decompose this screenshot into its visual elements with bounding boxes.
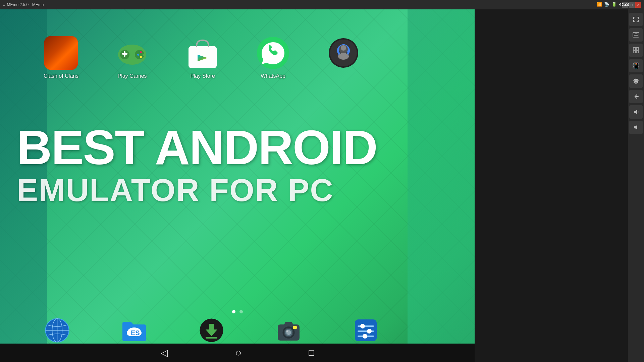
svg-point-47 bbox=[286, 330, 288, 332]
back-nav-button[interactable] bbox=[629, 90, 643, 103]
settings-icon-svg bbox=[353, 318, 378, 343]
svg-text:ES: ES bbox=[131, 329, 140, 337]
whatsapp-label: WhatsApp bbox=[261, 73, 285, 79]
signal-icon: 📡 bbox=[604, 2, 609, 7]
svg-rect-58 bbox=[635, 34, 636, 34]
svg-point-16 bbox=[140, 51, 142, 53]
volume-up-button[interactable] bbox=[629, 105, 643, 119]
emulator-screen: Clash of Clans bbox=[0, 9, 475, 362]
svg-rect-57 bbox=[634, 34, 634, 34]
svg-point-3 bbox=[54, 43, 68, 55]
bottom-dock: ES bbox=[44, 317, 379, 344]
close-button[interactable]: ✕ bbox=[635, 2, 641, 8]
whatsapp-icon-image bbox=[256, 36, 290, 70]
svg-marker-69 bbox=[634, 125, 637, 130]
top-app-icons: Clash of Clans bbox=[44, 36, 360, 79]
home-button[interactable]: ○ bbox=[235, 347, 241, 359]
svg-rect-64 bbox=[633, 51, 636, 53]
shake-button[interactable]: 📳 bbox=[629, 59, 643, 72]
camera-icon-svg bbox=[276, 318, 301, 343]
svg-rect-62 bbox=[633, 48, 636, 50]
svg-rect-1 bbox=[46, 38, 76, 68]
playstore-label: Play Store bbox=[190, 73, 215, 79]
keyboard-icon bbox=[633, 32, 639, 38]
google-icon-svg bbox=[328, 38, 359, 68]
svg-point-28 bbox=[341, 45, 346, 51]
coc-label: Clash of Clans bbox=[44, 73, 78, 79]
back-button[interactable]: ◁ bbox=[161, 347, 168, 358]
svg-point-5 bbox=[62, 50, 66, 54]
scale-button[interactable] bbox=[629, 44, 643, 57]
browser-icon-svg bbox=[45, 318, 70, 343]
svg-rect-63 bbox=[636, 48, 639, 50]
app-icon-google-account[interactable] bbox=[327, 36, 360, 73]
dock-icon-es-explorer[interactable]: ES bbox=[121, 317, 148, 344]
menu-icon: ≡ bbox=[3, 3, 5, 7]
back-icon bbox=[633, 93, 639, 100]
hero-text-line1: BEST ANDROID bbox=[17, 123, 377, 172]
right-panel bbox=[408, 9, 475, 362]
svg-point-55 bbox=[363, 334, 367, 339]
google-icon-image bbox=[327, 36, 360, 70]
status-bar: 📶 📡 🔋 4:53 bbox=[597, 1, 629, 7]
android-background: Clash of Clans bbox=[0, 9, 475, 362]
hero-text-line2: EMULATOR FOR PC bbox=[17, 172, 377, 208]
battery-icon: 🔋 bbox=[611, 2, 617, 7]
page-dot-2 bbox=[239, 310, 243, 313]
es-icon-svg: ES bbox=[121, 317, 148, 344]
svg-point-18 bbox=[140, 56, 142, 58]
settings-button[interactable] bbox=[629, 74, 643, 88]
titlebar-left: ≡ MEmu 2.5.0 - MEmu bbox=[3, 2, 44, 7]
playgames-label: Play Games bbox=[117, 73, 147, 79]
app-icon-play-store[interactable]: Play Store bbox=[186, 36, 219, 79]
svg-point-19 bbox=[143, 54, 145, 56]
playgames-icon-image bbox=[115, 36, 149, 70]
volume-down-button[interactable] bbox=[629, 121, 643, 134]
app-icon-play-games[interactable]: Play Games bbox=[115, 36, 149, 79]
svg-rect-15 bbox=[124, 51, 125, 57]
maximize-button[interactable]: □ bbox=[629, 2, 635, 8]
dock-icon-settings[interactable] bbox=[352, 317, 379, 344]
titlebar-title: MEmu 2.5.0 - MEmu bbox=[7, 2, 44, 7]
svg-point-17 bbox=[137, 54, 139, 56]
svg-rect-61 bbox=[634, 35, 638, 36]
svg-rect-60 bbox=[638, 34, 638, 34]
volume-up-icon bbox=[633, 109, 639, 115]
svg-point-7 bbox=[63, 51, 66, 54]
titlebar: ≡ MEmu 2.5.0 - MEmu 📶 📡 🔋 4:53 ─ □ ✕ bbox=[0, 0, 644, 9]
svg-point-66 bbox=[635, 80, 637, 82]
coc-icon-svg bbox=[45, 37, 77, 69]
svg-rect-41 bbox=[206, 337, 217, 339]
hero-text: BEST ANDROID EMULATOR FOR PC bbox=[17, 123, 377, 208]
downloader-icon-svg bbox=[199, 318, 224, 343]
svg-point-53 bbox=[367, 329, 372, 334]
svg-rect-48 bbox=[293, 326, 297, 329]
page-dot-1 bbox=[232, 310, 235, 313]
svg-marker-68 bbox=[634, 110, 637, 114]
svg-point-6 bbox=[57, 51, 60, 54]
navigation-bar: ◁ ○ □ bbox=[0, 344, 475, 362]
whatsapp-icon-svg bbox=[256, 36, 290, 70]
fullscreen-icon bbox=[633, 16, 639, 23]
svg-rect-0 bbox=[45, 37, 77, 69]
recents-button[interactable]: □ bbox=[309, 348, 314, 358]
gear-icon bbox=[633, 78, 639, 84]
dock-icon-browser[interactable] bbox=[44, 317, 70, 344]
scale-icon bbox=[633, 47, 639, 54]
dock-icon-camera[interactable] bbox=[275, 317, 302, 344]
svg-point-4 bbox=[56, 50, 60, 54]
fullscreen-button[interactable] bbox=[629, 13, 643, 26]
app-icon-clash-of-clans[interactable]: Clash of Clans bbox=[44, 36, 78, 79]
svg-rect-59 bbox=[636, 34, 637, 34]
keyboard-button[interactable] bbox=[629, 28, 643, 42]
dock-icon-downloader[interactable] bbox=[198, 317, 225, 344]
playgames-icon-svg bbox=[115, 36, 149, 70]
app-icon-whatsapp[interactable]: WhatsApp bbox=[256, 36, 290, 79]
volume-down-icon bbox=[633, 124, 639, 131]
right-sidebar: 📳 bbox=[628, 9, 644, 362]
page-dots bbox=[232, 310, 243, 313]
svg-point-29 bbox=[338, 53, 349, 60]
playstore-icon-svg bbox=[186, 36, 219, 70]
clock: 4:53 bbox=[619, 1, 629, 7]
wifi-icon: 📶 bbox=[597, 2, 602, 7]
